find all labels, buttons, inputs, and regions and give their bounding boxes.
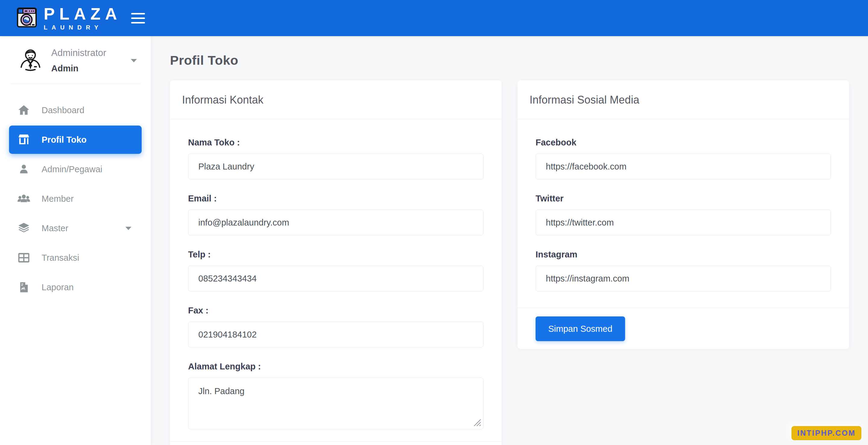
instagram-input[interactable]	[535, 266, 831, 292]
form-group-email: Email :	[188, 193, 484, 235]
user-role: Administrator	[51, 47, 122, 59]
sidebar: Administrator Admin Dashboard Profi	[0, 36, 151, 445]
sidebar-item-admin-pegawai[interactable]: Admin/Pegawai	[9, 155, 142, 183]
facebook-input[interactable]	[535, 153, 831, 179]
sidebar-item-label: Laporan	[41, 282, 73, 293]
social-media-card: Informasi Sosial Media Facebook Twitter …	[518, 80, 849, 349]
user-icon	[17, 163, 31, 175]
chevron-down-icon	[131, 59, 137, 62]
washing-machine-icon	[17, 7, 37, 29]
brand-line1: PLAZA	[44, 6, 121, 22]
twitter-input[interactable]	[535, 210, 831, 235]
divider	[10, 84, 141, 84]
sidebar-item-label: Admin/Pegawai	[41, 164, 102, 174]
table-icon	[17, 251, 31, 264]
social-card-title: Informasi Sosial Media	[518, 80, 849, 119]
form-group-twitter: Twitter	[535, 193, 831, 235]
contact-card-footer	[170, 441, 501, 445]
twitter-label: Twitter	[535, 193, 831, 204]
simpan-sosmed-button[interactable]: Simpan Sosmed	[535, 316, 625, 341]
sidebar-item-profil-toko[interactable]: Profil Toko	[9, 126, 142, 154]
facebook-label: Facebook	[535, 137, 831, 147]
instagram-label: Instagram	[535, 249, 831, 260]
sidebar-item-label: Transaksi	[41, 253, 79, 263]
brand-line2: LAUNDRY	[44, 24, 121, 30]
report-icon	[17, 281, 31, 293]
alamat-textarea[interactable]: Jln. Padang	[188, 378, 484, 429]
store-icon	[17, 133, 31, 146]
telp-input[interactable]	[188, 266, 484, 292]
contact-card-title: Informasi Kontak	[170, 80, 501, 119]
sidebar-item-label: Profil Toko	[41, 135, 87, 145]
brand-text: PLAZA LAUNDRY	[44, 6, 121, 30]
sidebar-item-label: Dashboard	[41, 105, 84, 115]
user-texts: Administrator Admin	[51, 47, 122, 73]
avatar	[18, 47, 43, 73]
layers-icon	[17, 221, 31, 235]
sidebar-item-master[interactable]: Master	[9, 214, 142, 242]
nama-toko-input[interactable]	[188, 153, 484, 179]
form-group-instagram: Instagram	[535, 249, 831, 292]
form-group-alamat: Alamat Lengkap : Jln. Padang	[188, 361, 484, 429]
users-icon	[17, 192, 31, 206]
telp-label: Telp :	[188, 249, 484, 260]
sidebar-item-dashboard[interactable]: Dashboard	[9, 96, 142, 124]
watermark-badge: INTIPHP.COM	[792, 426, 861, 440]
topbar: PLAZA LAUNDRY	[0, 0, 868, 36]
contact-info-card: Informasi Kontak Nama Toko : Email : Tel…	[170, 80, 501, 445]
sidebar-item-transaksi[interactable]: Transaksi	[9, 244, 142, 272]
form-group-fax: Fax :	[188, 305, 484, 347]
fax-input[interactable]	[188, 321, 484, 347]
email-input[interactable]	[188, 210, 484, 235]
chevron-down-icon	[125, 227, 131, 230]
form-group-telp: Telp :	[188, 249, 484, 292]
fax-label: Fax :	[188, 305, 484, 315]
sidebar-item-member[interactable]: Member	[9, 184, 142, 213]
user-name: Admin	[51, 64, 122, 73]
sidebar-nav: Dashboard Profil Toko Admin/Pegawai	[0, 96, 151, 301]
email-label: Email :	[188, 193, 484, 204]
form-group-facebook: Facebook	[535, 137, 831, 179]
page-title: Profil Toko	[170, 53, 868, 68]
sidebar-item-laporan[interactable]: Laporan	[9, 273, 142, 301]
brand-logo[interactable]: PLAZA LAUNDRY	[0, 6, 121, 30]
sidebar-item-label: Master	[41, 224, 68, 233]
nama-toko-label: Nama Toko :	[188, 137, 484, 147]
hamburger-icon[interactable]	[129, 11, 147, 25]
main-content: Profil Toko Informasi Kontak Nama Toko :…	[151, 36, 868, 445]
home-icon	[17, 104, 31, 116]
sidebar-item-label: Member	[41, 194, 73, 204]
form-group-nama-toko: Nama Toko :	[188, 137, 484, 179]
alamat-label: Alamat Lengkap :	[188, 361, 484, 372]
user-menu[interactable]: Administrator Admin	[0, 36, 151, 84]
